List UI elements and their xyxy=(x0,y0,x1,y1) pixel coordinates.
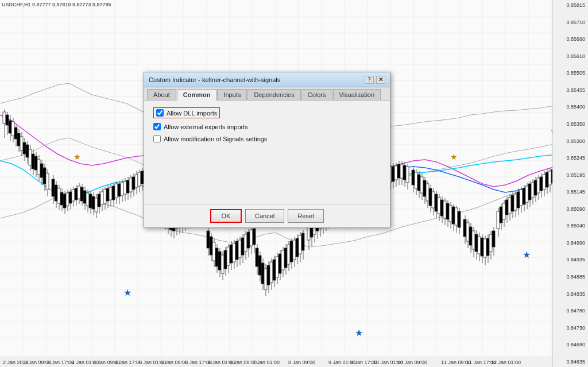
tab-colors[interactable]: Colors xyxy=(301,89,332,100)
tab-common[interactable]: Common xyxy=(177,89,217,101)
checkbox-row-external: Allow external experts imports xyxy=(153,123,381,130)
dialog-title: Custom Indicator - keltner-channel-with-… xyxy=(149,76,280,83)
tab-dependencies[interactable]: Dependencies xyxy=(247,89,300,100)
allow-signals-checkbox[interactable] xyxy=(153,135,161,142)
reset-button[interactable]: Reset xyxy=(288,209,324,223)
dialog-content: Allow DLL imports Allow external experts… xyxy=(144,101,390,204)
allow-external-label: Allow external experts imports xyxy=(164,123,248,130)
dialog-footer: OK Cancel Reset xyxy=(144,204,390,227)
ok-button[interactable]: OK xyxy=(210,209,242,223)
checkbox-row-dll: Allow DLL imports xyxy=(153,107,381,118)
dialog-controls: ? ✕ xyxy=(365,76,385,84)
dialog-close-button[interactable]: ✕ xyxy=(376,76,385,84)
allow-external-checkbox[interactable] xyxy=(153,123,161,130)
tab-about[interactable]: About xyxy=(147,89,176,100)
dialog-titlebar: Custom Indicator - keltner-channel-with-… xyxy=(144,72,390,87)
tab-bar: About Common Inputs Dependencies Colors … xyxy=(144,87,390,101)
checkbox-row-signals: Allow modification of Signals settings xyxy=(153,135,381,142)
allow-signals-label: Allow modification of Signals settings xyxy=(164,136,267,142)
allow-dll-label: Allow DLL imports xyxy=(167,110,217,117)
tab-inputs[interactable]: Inputs xyxy=(217,89,247,100)
allow-dll-checkbox[interactable] xyxy=(156,109,164,117)
dialog: Custom Indicator - keltner-channel-with-… xyxy=(144,72,390,228)
dialog-help-button[interactable]: ? xyxy=(365,76,374,84)
cancel-button[interactable]: Cancel xyxy=(245,209,284,223)
tab-visualization[interactable]: Visualization xyxy=(333,89,381,100)
dialog-overlay: Custom Indicator - keltner-channel-with-… xyxy=(0,0,588,367)
dll-imports-container: Allow DLL imports xyxy=(153,107,220,118)
